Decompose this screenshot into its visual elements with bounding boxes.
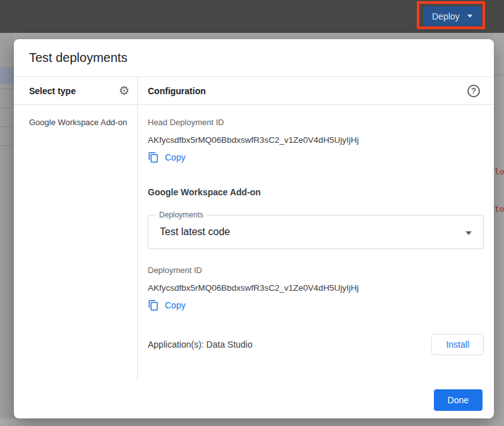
code-fragment: to <box>495 204 504 214</box>
background-page-sliver <box>0 418 504 426</box>
configuration-panel: Head Deployment ID AKfycsdfbx5rMQ06Bbdxs… <box>138 105 494 382</box>
copy-head-deployment-id-button[interactable]: Copy <box>148 152 186 163</box>
divider <box>0 126 14 127</box>
chevron-down-icon <box>467 15 472 18</box>
dialog-body: Google Workspace Add-on Head Deployment … <box>14 105 494 382</box>
copy-icon <box>148 300 159 311</box>
deploy-button[interactable]: Deploy <box>423 6 481 26</box>
dialog-footer: Done <box>14 382 494 418</box>
background-sidebar-sliver <box>0 33 14 426</box>
app-header-bar: Deploy <box>0 0 504 33</box>
install-button[interactable]: Install <box>431 334 484 355</box>
background-selected-item-sliver <box>0 67 14 84</box>
background-editor-sliver: lo to <box>494 33 504 426</box>
help-icon[interactable]: ? <box>467 85 480 97</box>
done-button[interactable]: Done <box>434 389 483 411</box>
head-deployment-id-value: AKfycsdfbx5rMQ06BbdxswfR3sC2_v1Ze0V4dH5U… <box>148 135 484 145</box>
deployments-select-value: Test latest code <box>160 226 230 238</box>
deploy-button-label: Deploy <box>432 11 460 21</box>
copy-label: Copy <box>165 152 186 162</box>
copy-label: Copy <box>165 300 186 310</box>
list-item-google-workspace-addon[interactable]: Google Workspace Add-on <box>29 118 129 127</box>
application-row: Application(s): Data Studio Install <box>148 334 484 355</box>
copy-icon <box>148 152 159 163</box>
deployments-select[interactable]: Deployments Test latest code <box>148 215 484 249</box>
code-fragment: lo <box>495 167 504 176</box>
divider <box>0 107 14 108</box>
divider <box>0 88 14 89</box>
screen: Deploy lo to Test deployments Select typ… <box>0 0 504 426</box>
select-type-label: Select type <box>29 86 76 96</box>
application-label: Application(s): Data Studio <box>148 339 253 350</box>
dialog-title: Test deployments <box>29 51 128 65</box>
addon-section-title: Google Workspace Add-on <box>148 187 484 197</box>
dialog-title-row: Test deployments <box>14 39 494 77</box>
divider <box>494 75 504 75</box>
divider <box>0 145 14 146</box>
dialog-header-row: Select type ⚙ Configuration ? <box>14 77 494 105</box>
chevron-down-icon <box>465 231 472 235</box>
select-type-header: Select type ⚙ <box>14 77 138 104</box>
deployment-type-list: Google Workspace Add-on <box>14 105 138 382</box>
copy-deployment-id-button[interactable]: Copy <box>148 300 186 311</box>
head-deployment-id-label: Head Deployment ID <box>148 118 484 127</box>
deployment-id-label: Deployment ID <box>148 265 484 275</box>
deployments-select-label: Deployments <box>156 210 207 219</box>
configuration-header: Configuration ? <box>138 77 494 104</box>
deployment-id-value: AKfycsdfbx5rMQ06BbdxswfR3sC2_v1Ze0V4dH5U… <box>148 283 484 293</box>
configuration-label: Configuration <box>148 86 206 96</box>
test-deployments-dialog: Test deployments Select type ⚙ Configura… <box>14 39 494 418</box>
gear-icon[interactable]: ⚙ <box>119 85 129 97</box>
